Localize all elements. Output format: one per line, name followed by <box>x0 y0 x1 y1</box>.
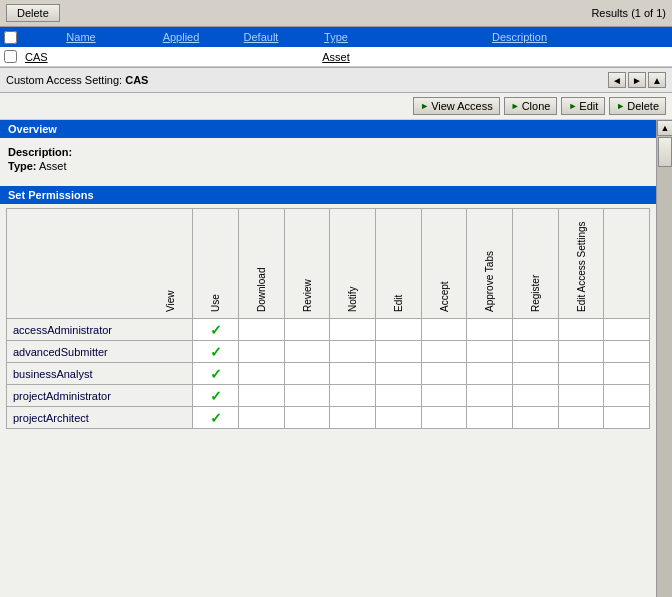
content-panel: Overview Description: Type: Asset Set Pe… <box>0 120 656 597</box>
row-type: Asset <box>301 51 371 63</box>
perm-cell <box>330 385 376 407</box>
nav-up-button[interactable]: ▲ <box>648 72 666 88</box>
perm-cell: ✓ <box>193 363 239 385</box>
scroll-up-button[interactable]: ▲ <box>657 120 672 136</box>
perm-cell <box>558 341 604 363</box>
nav-prev-button[interactable]: ◄ <box>608 72 626 88</box>
perm-cell <box>238 341 284 363</box>
perm-cell <box>238 363 284 385</box>
row-checkbox[interactable] <box>4 50 17 63</box>
perm-cell <box>421 341 467 363</box>
table-row: projectArchitect✓ <box>7 407 650 429</box>
perm-cell <box>284 407 330 429</box>
perm-cell: ✓ <box>193 319 239 341</box>
role-cell: projectArchitect <box>7 407 193 429</box>
perm-cell <box>330 341 376 363</box>
checkmark-icon: ✓ <box>210 366 222 382</box>
checkmark-icon: ✓ <box>210 322 222 338</box>
edit-label: Edit <box>579 100 598 112</box>
perm-cell <box>512 407 558 429</box>
cas-label: Custom Access Setting: <box>6 74 122 86</box>
description-label: Description: <box>8 146 72 158</box>
permissions-table: View Use Download Review <box>6 208 650 429</box>
clone-button[interactable]: ► Clone <box>504 97 558 115</box>
edit-arrow-icon: ► <box>568 101 577 111</box>
perm-cell <box>330 363 376 385</box>
clone-arrow-icon: ► <box>511 101 520 111</box>
perm-cell: ✓ <box>193 341 239 363</box>
perm-cell <box>284 363 330 385</box>
delete-action-button[interactable]: ► Delete <box>609 97 666 115</box>
perm-cell: ✓ <box>193 385 239 407</box>
col-header-applied[interactable]: Applied <box>141 31 221 43</box>
role-cell: projectAdministrator <box>7 385 193 407</box>
results-text: Results (1 of 1) <box>591 7 666 19</box>
perm-cell: ✓ <box>193 407 239 429</box>
col-header-default[interactable]: Default <box>221 31 301 43</box>
cas-title: Custom Access Setting: CAS <box>6 74 148 86</box>
edit-button[interactable]: ► Edit <box>561 97 605 115</box>
perm-cell <box>421 385 467 407</box>
delete-action-label: Delete <box>627 100 659 112</box>
type-label: Type: <box>8 160 37 172</box>
view-access-arrow-icon: ► <box>420 101 429 111</box>
action-buttons-row: ► View Access ► Clone ► Edit ► Delete <box>0 93 672 120</box>
perm-cell <box>330 319 376 341</box>
main-content: Overview Description: Type: Asset Set Pe… <box>0 120 672 597</box>
delete-button[interactable]: Delete <box>6 4 60 22</box>
perm-cell <box>604 341 650 363</box>
right-scrollbar: ▲ ▼ <box>656 120 672 597</box>
perm-cell <box>375 363 421 385</box>
cas-bar: Custom Access Setting: CAS ◄ ► ▲ <box>0 67 672 93</box>
perm-cell <box>375 341 421 363</box>
perm-cell <box>467 385 513 407</box>
perm-cell <box>467 407 513 429</box>
view-access-button[interactable]: ► View Access <box>413 97 499 115</box>
permissions-section: Set Permissions View Use <box>0 186 656 433</box>
cas-nav: ◄ ► ▲ <box>608 72 666 88</box>
top-bar: Delete Results (1 of 1) <box>0 0 672 27</box>
role-cell: advancedSubmitter <box>7 341 193 363</box>
perm-cell <box>558 319 604 341</box>
permissions-table-container: View Use Download Review <box>6 208 650 429</box>
table-row: projectAdministrator✓ <box>7 385 650 407</box>
col-edit-access-label: Edit Access Settings <box>577 296 650 312</box>
cas-name: CAS <box>125 74 148 86</box>
perm-cell <box>512 319 558 341</box>
select-all-checkbox[interactable] <box>4 31 17 44</box>
perm-cell <box>238 385 284 407</box>
col-header-type[interactable]: Type <box>301 31 371 43</box>
perm-cell <box>604 319 650 341</box>
overview-body: Description: Type: Asset <box>0 142 656 178</box>
type-row: Type: Asset <box>8 160 648 172</box>
role-cell: businessAnalyst <box>7 363 193 385</box>
clone-label: Clone <box>522 100 551 112</box>
perm-cell <box>421 319 467 341</box>
perm-cell <box>512 341 558 363</box>
checkmark-icon: ✓ <box>210 410 222 426</box>
delete-arrow-icon: ► <box>616 101 625 111</box>
perm-cell <box>330 407 376 429</box>
perm-cell <box>467 319 513 341</box>
perm-cell <box>467 341 513 363</box>
overview-header: Overview <box>0 120 656 138</box>
perm-cell <box>238 407 284 429</box>
table-row: advancedSubmitter✓ <box>7 341 650 363</box>
col-header-name[interactable]: Name <box>21 31 141 43</box>
perm-cell <box>512 385 558 407</box>
perm-cell <box>604 385 650 407</box>
scroll-thumb[interactable] <box>658 137 672 167</box>
perm-cell <box>421 407 467 429</box>
description-row: Description: <box>8 146 648 158</box>
role-cell: accessAdministrator <box>7 319 193 341</box>
perm-cell <box>558 385 604 407</box>
nav-next-button[interactable]: ► <box>628 72 646 88</box>
scroll-track <box>657 136 672 597</box>
permissions-header: Set Permissions <box>0 186 656 204</box>
table-row: accessAdministrator✓ <box>7 319 650 341</box>
table-header-row: Name Applied Default Type Description <box>0 27 672 47</box>
perm-cell <box>558 363 604 385</box>
perm-cell <box>512 363 558 385</box>
col-edit-access: Edit Access Settings <box>604 209 650 319</box>
col-header-description[interactable]: Description <box>371 31 668 43</box>
